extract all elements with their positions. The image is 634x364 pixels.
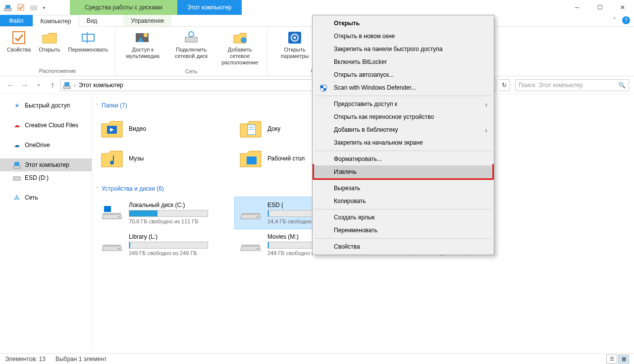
svg-rect-17 (64, 82, 69, 86)
drive-icon (239, 203, 263, 223)
context-menu-item[interactable]: Открыть в новом окне (314, 30, 492, 43)
context-menu-separator (315, 238, 492, 239)
ribbon-rename[interactable]: Переименовать (65, 29, 111, 67)
maximize-button[interactable]: ☐ (588, 0, 611, 15)
ribbon-media-access[interactable]: Доступ к мультимедиа (119, 29, 166, 67)
close-button[interactable]: ✕ (611, 0, 634, 15)
svg-point-40 (257, 248, 259, 250)
tab-manage[interactable]: Управление (123, 15, 171, 26)
map-drive-icon (183, 30, 199, 46)
sidebar-item-creativecloud[interactable]: ☁Creative Cloud Files (0, 119, 92, 132)
drive-icon (239, 235, 263, 255)
context-menu-item[interactable]: Предоставить доступ к (314, 98, 492, 110)
context-menu-label: Открыть автозапуск... (334, 71, 394, 78)
qat-properties-icon[interactable] (17, 3, 25, 11)
context-menu-label: Создать ярлык (334, 214, 375, 221)
qat-more-icon[interactable]: ▾ (43, 5, 45, 10)
ribbon-open[interactable]: Открыть (36, 29, 63, 67)
ribbon-open-settings[interactable]: Открыть параметры (271, 29, 318, 67)
sidebar-item-thispc[interactable]: Этот компьютер (0, 158, 92, 171)
context-menu-label: Добавить в библиотеку (334, 126, 398, 133)
svg-rect-37 (103, 245, 121, 247)
tab-computer[interactable]: Компьютер (33, 15, 79, 27)
svg-point-12 (241, 37, 247, 43)
svg-rect-5 (82, 34, 94, 41)
folder-label: Рабочий стол (267, 155, 305, 162)
context-menu-label: Закрепить на панели быстрого доступа (334, 46, 443, 52)
sidebar-item-network[interactable]: 🖧Сеть (0, 191, 92, 204)
context-menu-item[interactable]: Форматировать... (314, 153, 492, 165)
context-menu-item[interactable]: Копировать (314, 195, 492, 208)
svg-rect-20 (13, 177, 20, 180)
context-menu-item[interactable]: Извлечь (314, 165, 492, 178)
onedrive-icon: ☁ (13, 141, 21, 149)
svg-point-34 (257, 216, 259, 218)
context-menu-item[interactable]: Свойства (314, 240, 492, 253)
help-icon[interactable]: ? (622, 16, 630, 24)
sidebar-item-quickaccess[interactable]: ★Быстрый доступ (0, 99, 92, 112)
breadcrumb-segment[interactable]: Этот компьютер (79, 82, 123, 89)
context-menu-label: Вырезать (334, 185, 360, 192)
context-menu-item[interactable]: Переименовать (314, 224, 492, 237)
svg-rect-16 (63, 86, 70, 89)
context-menu-item[interactable]: Открыть как переносное устройство (314, 110, 492, 123)
svg-rect-29 (247, 156, 257, 164)
nav-up[interactable]: ↑ (47, 79, 58, 91)
context-menu-item[interactable]: Создать ярлык (314, 211, 492, 224)
sidebar-item-onedrive[interactable]: ☁OneDrive (0, 139, 92, 152)
search-icon: 🔍 (618, 82, 626, 89)
folder-item[interactable]: Музы (96, 144, 235, 173)
nav-recent-dropdown[interactable]: ▾ (33, 79, 45, 91)
ribbon-properties[interactable]: Свойства (4, 29, 34, 67)
folder-icon (100, 118, 124, 139)
qat-newfolder-icon[interactable] (30, 3, 38, 11)
view-tiles-button[interactable]: ▦ (618, 355, 629, 364)
nav-forward[interactable]: → (19, 79, 31, 91)
drive-item[interactable]: Library (L:)249 ГБ свободно из 249 ГБ (96, 229, 235, 260)
context-menu-item[interactable]: Scan with Windows Defender... (314, 81, 492, 94)
drive-item[interactable]: Локальный диск (C:)70,8 ГБ свободно из 1… (96, 197, 235, 229)
tab-file[interactable]: Файл (0, 15, 33, 26)
folder-item[interactable]: Видео (96, 114, 235, 144)
context-menu-item[interactable]: Добавить в библиотеку (314, 123, 492, 136)
tab-view[interactable]: Вид (79, 15, 105, 26)
drive-name: Локальный диск (C:) (129, 202, 231, 208)
contextual-tab-drives[interactable]: Средства работы с дисками (70, 0, 177, 15)
ribbon-collapse-icon[interactable]: ˄ (613, 16, 616, 24)
drive-icon (100, 203, 124, 223)
context-menu-label: Копировать (334, 198, 366, 205)
sidebar-item-esd[interactable]: ESD (D:) (0, 171, 92, 184)
folder-label: Видео (129, 125, 146, 132)
ribbon-map-drive[interactable]: Подключить сетевой диск (168, 29, 214, 67)
window-title: Этот компьютер (177, 0, 242, 15)
svg-rect-43 (320, 86, 323, 88)
open-folder-icon (42, 30, 57, 46)
refresh-button[interactable]: ↻ (498, 79, 510, 91)
context-menu-item[interactable]: Включить BitLocker (314, 55, 492, 68)
view-details-button[interactable]: ☰ (606, 355, 617, 364)
context-menu-item[interactable]: Открыть автозапуск... (314, 68, 492, 81)
search-placeholder: Поиск: Этот компьютер (519, 82, 583, 89)
svg-rect-1 (5, 5, 10, 8)
context-menu-item[interactable]: Закрепить на начальном экране (314, 136, 492, 149)
svg-point-32 (118, 216, 120, 218)
context-menu-item[interactable]: Закрепить на панели быстрого доступа (314, 43, 492, 55)
pc-icon (13, 161, 21, 169)
svg-rect-30 (104, 206, 111, 212)
ribbon-add-netloc[interactable]: Добавить сетевое расположение (216, 29, 263, 67)
svg-rect-23 (248, 125, 256, 135)
ribbon-group-location: Расположение (39, 67, 76, 76)
nav-back[interactable]: ← (5, 79, 17, 91)
svg-rect-10 (185, 37, 197, 42)
svg-point-38 (118, 248, 120, 250)
search-input[interactable]: Поиск: Этот компьютер 🔍 (515, 79, 629, 91)
minimize-button[interactable]: ─ (566, 0, 588, 15)
context-menu-item[interactable]: Вырезать (314, 182, 492, 195)
svg-rect-39 (242, 245, 260, 247)
context-menu-label: Предоставить доступ к (334, 101, 397, 107)
sidebar: ★Быстрый доступ ☁Creative Cloud Files ☁O… (0, 94, 92, 351)
breadcrumb-pc-icon (63, 81, 71, 89)
context-menu-item[interactable]: Открыть (314, 17, 492, 30)
drive-icon (13, 174, 21, 182)
drive-free-text: 70,8 ГБ свободно из 111 ГБ (129, 218, 231, 224)
